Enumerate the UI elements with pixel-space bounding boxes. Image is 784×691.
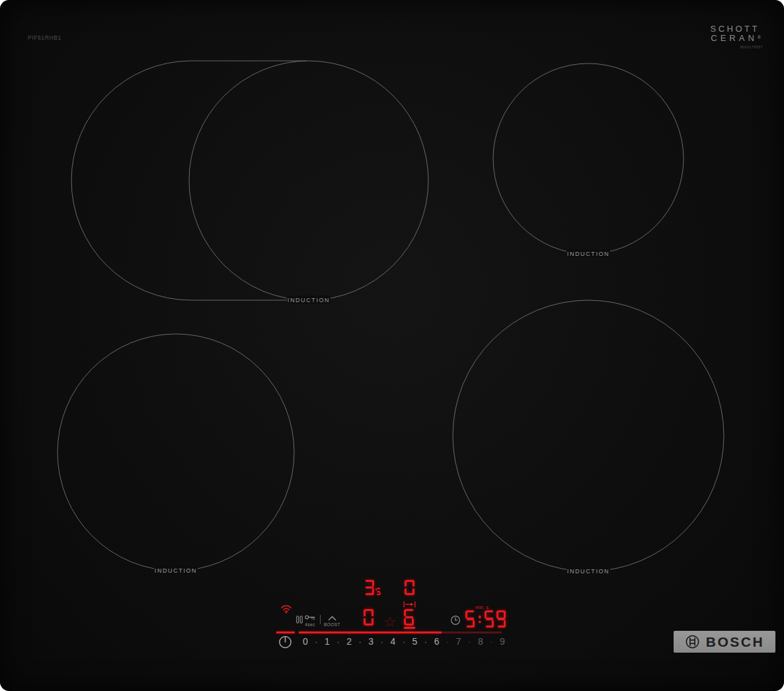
bosch-symbol-icon	[685, 634, 700, 649]
pause-icon	[296, 616, 303, 624]
clock-icon	[450, 615, 461, 626]
led-digits	[465, 610, 506, 628]
panel-divider	[320, 615, 321, 624]
slider-key-7[interactable]: 7	[456, 636, 461, 647]
rear-left-zone-display[interactable]	[364, 580, 381, 595]
slider-key-4[interactable]: 4	[390, 636, 395, 647]
slider-key-3[interactable]: 3	[368, 636, 373, 647]
model-number-label: PIF61RHB1	[28, 34, 61, 41]
slider-key-8[interactable]: 8	[478, 636, 483, 647]
slider-dot: ·	[381, 637, 383, 647]
label-mask	[567, 249, 610, 257]
schott-line1: SCHOTT	[711, 24, 760, 34]
active-zone-underline	[404, 627, 415, 629]
label-mask	[567, 567, 610, 575]
front-right-zone-display[interactable]	[404, 609, 414, 626]
power-key[interactable]	[278, 634, 293, 649]
slider-key-0[interactable]: 0	[303, 636, 308, 647]
label-mask	[287, 296, 331, 304]
zone-front-left-outline	[58, 334, 294, 571]
zone-rear-left-circle-outline	[189, 61, 428, 300]
zone-rear-right-outline	[493, 63, 684, 254]
star-icon: ☆	[383, 614, 397, 630]
slider-key-1[interactable]: 1	[325, 636, 330, 647]
ceran-text: CERAN	[711, 33, 758, 43]
pause-key[interactable]	[296, 616, 303, 624]
keep-warm-key[interactable]: ☆	[383, 615, 397, 630]
glass-code: 9001176537	[711, 45, 763, 49]
induction-label-rear-left: INDUCTION	[288, 297, 330, 304]
led-digits	[364, 580, 374, 595]
slider-dot: ·	[424, 637, 427, 647]
slider-dot: ·	[315, 637, 317, 647]
cooktop-glass-surface: INDUCTION INDUCTION INDUCTION INDUCTION …	[0, 0, 784, 691]
slider-key-2[interactable]: 2	[346, 636, 352, 647]
slider-track-inactive	[442, 631, 502, 633]
slider-key-6[interactable]: 6	[434, 636, 440, 647]
front-left-zone-display[interactable]	[364, 609, 373, 626]
led-digits	[404, 609, 414, 626]
slider-dot: ·	[490, 637, 492, 647]
bosch-logo: BOSCH	[674, 631, 775, 653]
boost-label: BOOST	[324, 622, 340, 627]
bosch-logo-text: BOSCH	[706, 634, 764, 650]
schott-ceran-logo: SCHOTT CERAN® 9001176537	[711, 24, 758, 49]
schott-line2: CERAN®	[711, 33, 761, 43]
wifi-icon	[280, 604, 292, 614]
power-icon	[278, 634, 293, 649]
induction-label-front-left: INDUCTION	[155, 567, 197, 574]
slider-track-left-segment	[276, 631, 295, 633]
lock-hold-label: 4sec	[305, 622, 315, 627]
childproof-lock-key[interactable]: 4sec	[305, 614, 315, 627]
led-digits	[364, 609, 373, 626]
boost-key[interactable]: BOOST	[324, 616, 340, 627]
slider-dot: ·	[468, 637, 471, 647]
induction-label-rear-right: INDUCTION	[567, 251, 609, 257]
timer-unit-label: min: s	[475, 605, 489, 610]
slider-key-9[interactable]: 9	[500, 636, 505, 647]
slider-dot: ·	[359, 637, 362, 647]
led-digits	[405, 580, 414, 595]
wifi-indicator	[280, 604, 292, 614]
zone-front-right-outline	[453, 300, 724, 571]
boost-chevron-icon	[328, 616, 336, 621]
slider-dot: ·	[446, 637, 449, 647]
power-level-slider[interactable]: 0 · 1 · 2 · 3 · 4 · 5 · 6 · 7 · 8 · 9	[303, 636, 505, 647]
move-zone-indicator	[403, 601, 416, 608]
timer-display	[465, 610, 506, 628]
cooking-zone-outlines: INDUCTION INDUCTION INDUCTION INDUCTION	[0, 0, 784, 691]
timer-key[interactable]	[450, 615, 461, 626]
slider-dot: ·	[403, 637, 405, 647]
led-digits-small	[375, 588, 381, 595]
registered-mark: ®	[758, 35, 761, 40]
label-mask	[154, 566, 198, 574]
zone-rear-left-flex-outline	[71, 61, 306, 300]
slider-dot: ·	[336, 637, 339, 647]
rear-right-zone-display[interactable]	[405, 580, 414, 595]
move-zone-icon	[403, 601, 416, 608]
slider-key-5[interactable]: 5	[412, 636, 418, 647]
induction-label-front-right: INDUCTION	[567, 568, 609, 575]
slider-track-active	[299, 631, 442, 633]
key-lock-icon	[305, 614, 315, 621]
